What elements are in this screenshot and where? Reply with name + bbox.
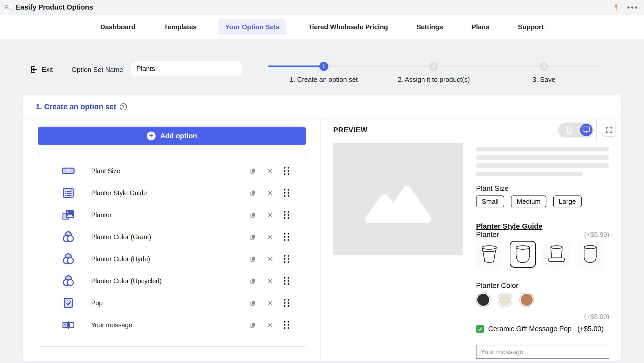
text-field-type-icon: T [61,319,76,331]
remove-icon[interactable] [267,256,274,263]
planter-price: (+$5.99) [584,231,609,239]
option-label: Planter Style Guide [91,189,147,197]
nav-settings[interactable]: Settings [410,19,450,35]
option-set-name-label: Option Set Name [71,66,123,74]
step-3-circle[interactable]: 3 [539,62,548,71]
color-swatch-terracotta[interactable] [519,293,534,307]
color-swatch-black[interactable] [476,293,491,307]
drag-handle-icon[interactable] [284,211,289,219]
nav-your-option-sets[interactable]: Your Option Sets [218,19,286,35]
skeleton-line [476,147,609,151]
drag-handle-icon[interactable] [284,255,289,263]
duplicate-icon[interactable] [249,256,256,263]
skeleton-line [476,163,609,168]
option-label: Planter Color (Grant) [91,233,151,241]
duplicate-icon[interactable] [249,300,256,307]
planter-style-guide-link[interactable]: Planter Style Guide [476,222,543,231]
help-icon[interactable]: ? [120,103,127,110]
option-row-your-message[interactable]: T Your message [38,314,306,336]
nav-support[interactable]: Support [511,19,551,35]
main-nav: Dashboard Templates Your Option Sets Tie… [0,15,644,39]
skeleton-line [476,172,583,176]
desktop-view-button[interactable] [580,124,592,136]
planter-label: Planter [476,231,499,238]
mobile-view-button[interactable] [559,124,580,136]
planter-variant-saucer[interactable] [543,241,570,268]
nav-dashboard[interactable]: Dashboard [93,19,142,35]
option-label: Planter Color (Hyde) [91,255,150,263]
planter-variant-tapered[interactable] [476,241,502,268]
drag-handle-icon[interactable] [284,167,289,175]
option-set-card: 1. Create an option set ? + Add option T [23,95,621,361]
color-swatch-type-icon [61,230,76,243]
duplicate-icon[interactable] [249,190,256,197]
step-2-circle[interactable]: 2 [429,62,438,71]
skeleton-line [476,155,609,160]
pin-icon[interactable] [613,4,620,11]
option-row-plant-size[interactable]: T Plant Size [38,160,306,182]
color-swatch-type-icon [61,252,76,265]
fullscreen-icon [605,126,613,134]
remove-icon[interactable] [267,278,274,285]
remove-icon[interactable] [267,234,274,241]
fullscreen-button[interactable] [602,123,616,137]
desktop-icon [582,126,590,134]
plant-size-group: Plant Size Small Medium Large [476,185,609,207]
exit-button[interactable]: Exit [30,65,53,74]
size-small-button[interactable]: Small [476,195,504,207]
preview-options-column: Plant Size Small Medium Large Planter St… [476,143,609,361]
gift-pop-price: (+$5.00) [577,325,604,333]
gift-pop-checkbox[interactable] [476,325,484,333]
mountains-icon [359,172,437,227]
color-swatch-cream[interactable] [498,293,512,307]
duplicate-icon[interactable] [249,212,256,219]
nav-tiered-wholesale-pricing[interactable]: Tiered Wholesale Pricing [301,19,395,35]
option-row-planter-color-grant[interactable]: Planter Color (Grant) [38,226,306,248]
size-large-button[interactable]: Large [553,195,582,207]
duplicate-icon[interactable] [249,322,256,329]
remove-icon[interactable] [267,300,274,307]
option-row-planter-color-upcycled[interactable]: Planter Color (Upcycled) [38,270,306,292]
option-row-planter-color-hyde[interactable]: Planter Color (Hyde) [38,248,306,270]
duplicate-icon[interactable] [249,278,256,285]
more-menu-icon[interactable] [627,6,637,9]
remove-icon[interactable] [267,168,274,175]
nav-plans[interactable]: Plans [465,19,496,35]
nav-templates[interactable]: Templates [157,19,203,35]
checkbox-type-icon [61,296,76,309]
add-option-button[interactable]: + Add option [38,127,306,145]
exit-icon [30,65,39,74]
planter-variant-cylinder[interactable] [577,241,603,268]
duplicate-icon[interactable] [249,234,256,241]
your-message-input[interactable] [476,345,609,359]
step-2-label: 2. Assign it to product(s) [398,76,470,84]
option-row-pop[interactable]: Pop [38,292,306,314]
option-builder-panel: + Add option T Plant Size [23,119,321,361]
drag-handle-icon[interactable] [284,233,289,241]
drag-handle-icon[interactable] [284,321,289,329]
exit-label: Exit [42,66,53,74]
svg-text:T: T [64,323,67,327]
remove-icon[interactable] [267,190,274,197]
duplicate-icon[interactable] [249,168,256,175]
option-row-planter[interactable]: Planter [38,204,306,226]
planter-variant-rounded[interactable] [510,241,536,268]
planter-color-group: Planter Color [476,282,609,307]
drag-handle-icon[interactable] [284,189,289,197]
option-label: Plant Size [91,167,120,175]
step-1-circle[interactable]: 1 [319,62,328,71]
stepper: 1 2 3 1. Create an option set 2. Assign … [268,61,600,91]
preview-panel: PREVIEW [321,119,621,361]
size-medium-button[interactable]: Medium [511,195,546,207]
color-swatch-type-icon [61,274,76,287]
planter-color-label: Planter Color [476,282,609,289]
button-type-icon: T [61,165,76,177]
options-list: T Plant Size [38,153,306,347]
option-row-planter-style-guide[interactable]: Planter Style Guide [38,182,306,204]
option-set-name-input[interactable] [131,61,242,76]
preview-title: PREVIEW [321,119,555,141]
drag-handle-icon[interactable] [284,277,289,285]
drag-handle-icon[interactable] [284,299,289,307]
remove-icon[interactable] [267,322,274,329]
remove-icon[interactable] [267,212,274,219]
